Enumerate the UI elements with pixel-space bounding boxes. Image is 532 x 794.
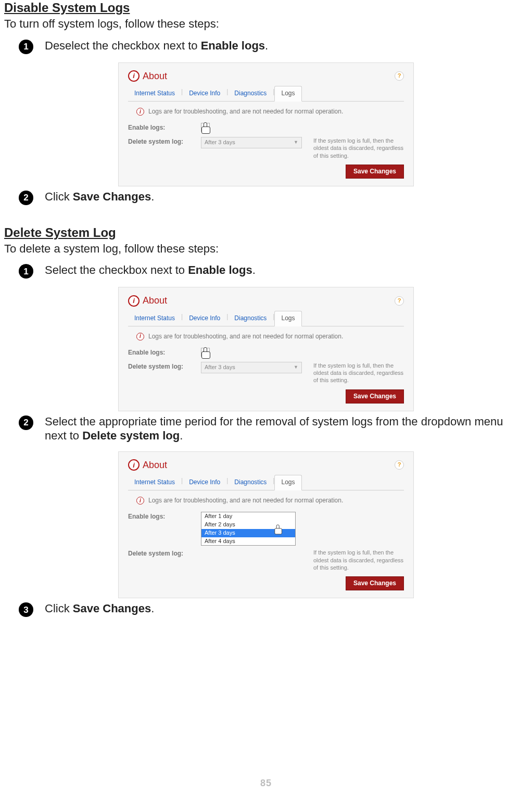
tab-device-info[interactable]: Device Info	[183, 475, 226, 490]
delete-log-hint: If the system log is full, then the olde…	[305, 549, 404, 571]
tab-internet-status[interactable]: Internet Status	[128, 311, 181, 326]
delete-log-dropdown[interactable]: After 3 days ▼	[201, 362, 302, 373]
about-panel-screenshot-3: i About ? Internet Status| Device Info| …	[118, 451, 414, 598]
info-banner: i Logs are for troubleshooting, and are …	[136, 333, 404, 341]
tab-logs[interactable]: Logs	[274, 86, 301, 102]
info-icon: i	[136, 108, 144, 116]
delete-step-3: 3 Click Save Changes.	[4, 601, 528, 617]
heading-disable-system-logs: Disable System Logs	[4, 0, 528, 16]
delete-step-1: 1 Select the checkbox next to Enable log…	[4, 263, 528, 279]
tab-diagnostics[interactable]: Diagnostics	[228, 475, 273, 490]
delete-system-log-label: Delete system log:	[128, 362, 201, 371]
save-changes-button[interactable]: Save Changes	[346, 576, 404, 590]
step-text: Select the appropriate time period for t…	[45, 414, 528, 443]
delete-log-hint: If the system log is full, then the olde…	[305, 137, 404, 159]
tab-logs[interactable]: Logs	[274, 311, 301, 326]
step-number-icon: 3	[19, 602, 33, 617]
info-icon: i	[136, 497, 144, 505]
disable-step-1: 1 Deselect the checkbox next to Enable l…	[4, 39, 528, 54]
step-number-icon: 1	[19, 40, 33, 54]
step-number-icon: 2	[19, 191, 33, 205]
tab-device-info[interactable]: Device Info	[183, 86, 226, 101]
delete-log-dropdown[interactable]: After 3 days ▼	[201, 137, 302, 148]
tab-device-info[interactable]: Device Info	[183, 311, 226, 326]
delete-system-log-label: Delete system log:	[128, 137, 201, 146]
heading-delete-system-log: Delete System Log	[4, 225, 528, 241]
panel-title: i About	[128, 70, 167, 82]
info-icon: i	[128, 295, 140, 307]
tab-internet-status[interactable]: Internet Status	[128, 475, 181, 490]
tabs: Internet Status| Device Info| Diagnostic…	[128, 475, 404, 490]
step-number-icon: 1	[19, 264, 33, 279]
tabs: Internet Status| Device Info| Diagnostic…	[128, 311, 404, 326]
step-number-icon: 2	[19, 415, 33, 430]
delete-step-2: 2 Select the appropriate time period for…	[4, 414, 528, 443]
intro-delete: To delete a system log, follow these ste…	[4, 242, 528, 256]
chevron-down-icon: ▼	[294, 140, 298, 145]
save-changes-button[interactable]: Save Changes	[346, 165, 404, 179]
panel-title: i About	[128, 459, 167, 471]
chevron-down-icon: ▼	[294, 364, 298, 370]
about-panel-screenshot-1: i About ? Internet Status| Device Info| …	[118, 62, 414, 186]
delete-log-dropdown-open[interactable]: After 1 day After 2 days After 3 days Af…	[201, 512, 296, 546]
tab-logs[interactable]: Logs	[274, 475, 301, 490]
help-icon[interactable]: ?	[395, 460, 404, 470]
delete-system-log-label: Delete system log:	[128, 549, 201, 558]
step-text: Deselect the checkbox next to Enable log…	[45, 39, 528, 53]
intro-disable: To turn off system logs, follow these st…	[4, 17, 528, 31]
panel-title: i About	[128, 295, 167, 307]
info-banner: i Logs are for troubleshooting, and are …	[136, 108, 404, 116]
info-icon: i	[128, 70, 140, 82]
about-panel-screenshot-2: i About ? Internet Status| Device Info| …	[118, 287, 414, 411]
enable-logs-label: Enable logs:	[128, 123, 201, 132]
info-banner: i Logs are for troubleshooting, and are …	[136, 497, 404, 505]
save-changes-button[interactable]: Save Changes	[346, 389, 404, 404]
step-text: Select the checkbox next to Enable logs.	[45, 263, 528, 278]
disable-step-2: 2 Click Save Changes.	[4, 190, 528, 205]
step-text: Click Save Changes.	[45, 190, 528, 204]
tabs: Internet Status| Device Info| Diagnostic…	[128, 86, 404, 102]
cursor-icon	[274, 525, 283, 535]
delete-log-hint: If the system log is full, then the olde…	[305, 362, 404, 384]
step-text: Click Save Changes.	[45, 601, 528, 616]
info-icon: i	[136, 333, 144, 341]
help-icon[interactable]: ?	[395, 296, 404, 306]
enable-logs-label: Enable logs:	[128, 512, 201, 521]
tab-diagnostics[interactable]: Diagnostics	[228, 86, 273, 101]
tab-diagnostics[interactable]: Diagnostics	[228, 311, 273, 326]
info-icon: i	[128, 459, 140, 471]
dropdown-option[interactable]: After 1 day	[201, 512, 295, 521]
help-icon[interactable]: ?	[395, 71, 404, 81]
tab-internet-status[interactable]: Internet Status	[128, 86, 181, 101]
dropdown-option[interactable]: After 4 days	[201, 537, 295, 546]
enable-logs-label: Enable logs:	[128, 348, 201, 357]
